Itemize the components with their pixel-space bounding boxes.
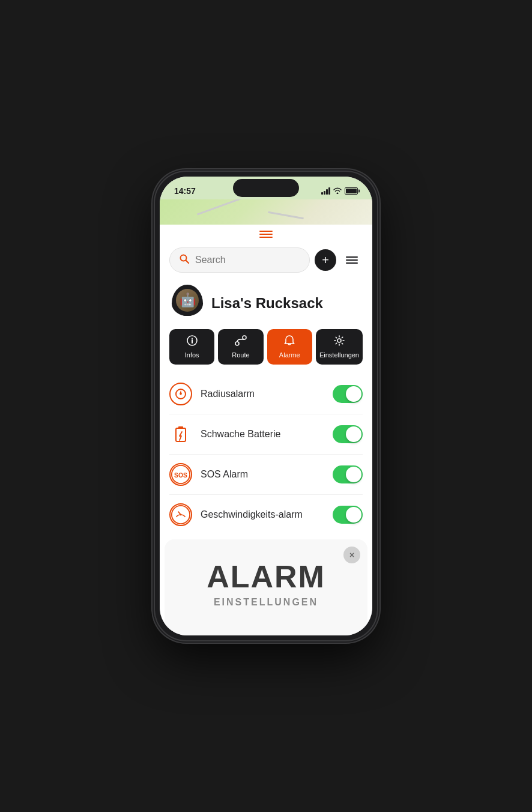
sos-icon: SOS [169,463,192,486]
alarm-panel-title: ALARM [174,549,358,592]
search-area: + [160,243,372,277]
pin-shape: 🤖 [172,285,203,316]
battery-icon [345,187,358,195]
route-icon [235,335,247,349]
radius-toggle[interactable] [333,385,363,403]
svg-point-7 [337,339,341,342]
speed-toggle[interactable] [333,506,363,524]
signal-icon [321,187,330,195]
search-wrapper[interactable] [169,247,310,273]
alarm-item-battery: Schwache Batterie [169,414,363,455]
phone-frame: 14:57 [155,172,377,640]
einstellungen-icon [334,335,345,349]
battery-alarm-icon [169,423,192,446]
sos-toggle[interactable] [333,465,363,483]
tab-bar: Infos Route [160,329,372,374]
svg-text:SOS: SOS [174,472,187,479]
alarm-item-radius: Radiusalarm [169,374,363,414]
tab-route[interactable]: Route [218,329,263,365]
close-button[interactable]: × [343,547,360,563]
hamburger-icon[interactable] [259,231,273,238]
svg-point-15 [180,514,182,516]
svg-line-1 [186,261,189,264]
svg-point-5 [235,342,239,345]
add-button[interactable]: + [315,249,336,271]
status-icons [321,187,358,195]
route-label: Route [232,351,249,359]
alarm-panel-subtitle: EINSTELLUNGEN [174,597,358,608]
device-header: 🤖 Lisa's Rucksack [160,277,372,329]
phone-screen: 14:57 [160,177,372,635]
einstellungen-label: Einstellungen [319,351,359,359]
svg-point-4 [192,338,193,339]
map-area [160,199,372,225]
speed-label: Geschwindigkeits-alarm [201,509,324,521]
infos-icon [187,335,198,349]
sos-label: SOS Alarm [201,468,324,481]
alarme-icon [284,335,295,349]
tab-infos[interactable]: Infos [169,329,214,365]
device-pin: 🤖 [172,285,203,322]
alarm-item-speed: Geschwindigkeits-alarm [169,495,363,535]
tab-einstellungen[interactable]: Einstellungen [316,329,363,365]
svg-point-6 [243,336,246,339]
avatar: 🤖 [176,289,199,312]
search-input[interactable] [195,255,300,265]
search-icon [180,254,189,266]
alarm-list: Radiusalarm Schwache Batterie [160,374,372,535]
alarm-item-sos: SOS SOS Alarm [169,455,363,495]
battery-label: Schwache Batterie [201,428,324,441]
avatar-image: 🤖 [180,292,196,308]
device-name: Lisa's Rucksack [211,295,323,312]
speed-icon [169,503,192,526]
radius-label: Radiusalarm [201,388,324,401]
svg-rect-10 [178,426,183,429]
alarme-label: Alarme [279,351,300,359]
hamburger-bar[interactable] [160,225,372,243]
bottom-panel: × ALARM EINSTELLUNGEN [165,539,367,635]
radius-icon [169,383,192,405]
battery-toggle[interactable] [333,425,363,443]
status-time: 14:57 [174,186,196,196]
infos-label: Infos [185,351,199,359]
dynamic-island [233,179,299,197]
wifi-icon [333,187,342,195]
tab-alarme[interactable]: Alarme [267,329,312,365]
menu-button[interactable] [341,249,363,271]
